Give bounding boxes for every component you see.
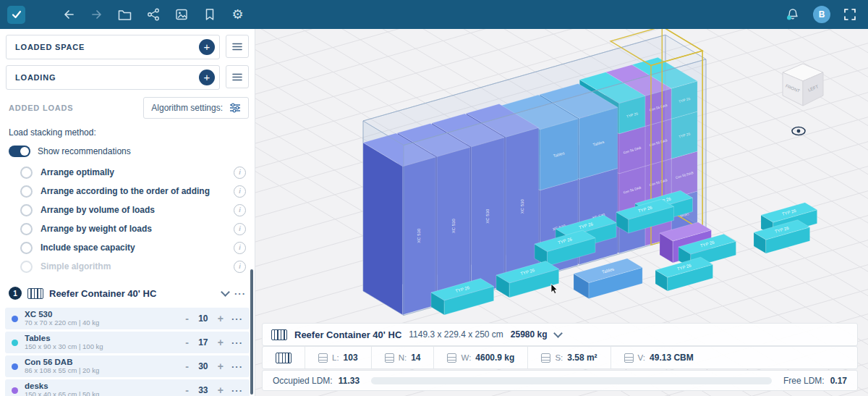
radio-button[interactable] [20, 204, 33, 216]
load-count: 10 [197, 313, 210, 324]
app-logo[interactable] [7, 6, 25, 24]
more-options-icon[interactable]: ··· [231, 337, 243, 348]
avatar[interactable]: B [813, 6, 830, 23]
algorithm-settings-button[interactable]: Algorithm settings: [143, 97, 249, 119]
mouse-cursor [551, 284, 557, 294]
more-options-icon[interactable]: ··· [231, 361, 243, 372]
container-name: Reefer Container 40' HC [49, 288, 216, 299]
decrement-button[interactable]: - [184, 361, 190, 372]
increment-button[interactable]: + [216, 361, 225, 372]
add-loaded-space-button[interactable]: + [199, 39, 215, 55]
bell-icon [786, 7, 800, 22]
fullscreen-button[interactable] [843, 0, 856, 29]
ldm-progress-track [371, 377, 772, 384]
stat-count: N: 14 [371, 347, 434, 368]
more-options-icon[interactable]: ··· [231, 313, 243, 324]
radio-button[interactable] [20, 242, 33, 254]
3d-viewport[interactable]: desksCon 56 DABTYP 26TYP 26Con 56 DABCon… [255, 29, 868, 396]
radio-button[interactable] [20, 185, 33, 198]
color-dot [12, 387, 18, 394]
algorithm-settings-label: Algorithm settings: [151, 103, 223, 113]
show-recommendations-toggle[interactable] [9, 146, 30, 157]
share-icon [147, 8, 160, 21]
export-image-button[interactable] [167, 0, 195, 29]
loading-menu-button[interactable] [226, 65, 249, 88]
color-dot [12, 340, 18, 346]
notification-badge [787, 16, 791, 20]
radio-button[interactable] [20, 223, 33, 235]
color-dot [12, 363, 18, 370]
chevron-down-icon[interactable] [553, 329, 563, 338]
logo-check-icon [11, 9, 22, 20]
decrement-button[interactable]: - [184, 384, 190, 396]
increment-button[interactable]: + [216, 384, 225, 396]
open-project-button[interactable] [111, 0, 139, 29]
container-list-item[interactable]: 1 Reefer Container 40' HC ··· [0, 281, 255, 306]
load-row-con56dab[interactable]: Con 56 DAB 86 x 108 x 55 cm | 20 kg - 30… [5, 355, 250, 377]
stacking-method-label: Load stacking method: [9, 127, 255, 138]
decrement-button[interactable]: - [184, 337, 190, 348]
stat-volume: V: 49.13 CBM [610, 347, 707, 368]
weight-icon [447, 353, 456, 363]
info-icon[interactable]: i [234, 261, 246, 273]
radio-button[interactable] [20, 167, 33, 179]
radio-button[interactable] [20, 261, 33, 273]
visibility-eye-icon[interactable] [792, 127, 805, 135]
more-options-icon[interactable]: ··· [234, 288, 246, 299]
hamburger-icon [232, 43, 242, 51]
container-summary-bar[interactable]: Reefer Container 40' HC 1149.3 x 229.4 x… [262, 323, 858, 346]
notifications-button[interactable] [786, 0, 800, 29]
stat-weight: W: 4600.9 kg [433, 347, 527, 368]
stats-bar: L: 103 N: 14 W: 4600.9 kg S: 3.58 m² V: … [262, 346, 858, 369]
loaded-space-header[interactable]: LOADED SPACE + [6, 35, 220, 59]
forward-button[interactable] [82, 0, 111, 29]
increment-button[interactable]: + [216, 313, 225, 324]
occupied-ldm-value: 11.33 [339, 376, 359, 386]
add-loading-button[interactable]: + [199, 69, 215, 85]
load-row-desks[interactable]: desks 150 x 40 x 65 cm | 50 kg - 33 + ··… [5, 379, 250, 396]
save-button[interactable] [195, 0, 224, 29]
stacking-options: Arrange optimally i Arrange according to… [0, 163, 255, 276]
occupied-ldm-label: Occupied LDM: [273, 376, 333, 386]
load-list: XC 530 70 x 70 x 220 cm | 40 kg - 10 + ·… [0, 308, 255, 396]
sidebar-scrollbar[interactable] [250, 269, 253, 395]
bookmark-save-icon [204, 8, 216, 21]
share-button[interactable] [139, 0, 167, 29]
summary-container-dims: 1149.3 x 229.4 x 250 cm [409, 329, 503, 340]
back-button[interactable] [54, 0, 82, 29]
info-icon[interactable]: i [234, 204, 246, 216]
loading-header[interactable]: LOADING + [6, 65, 220, 90]
free-ldm-label: Free LDM: [783, 376, 825, 386]
decrement-button[interactable]: - [184, 313, 190, 324]
sliders-icon [229, 103, 241, 113]
info-icon[interactable]: i [234, 167, 246, 179]
orientation-cube[interactable]: FRONT LEFT [783, 64, 823, 106]
info-icon[interactable]: i [234, 223, 246, 235]
info-icon[interactable]: i [234, 185, 246, 198]
more-options-icon[interactable]: ··· [231, 385, 243, 396]
gear-icon: ⚙ [231, 8, 243, 21]
stat-area: S: 3.58 m² [527, 347, 610, 368]
load-row-xc530[interactable]: XC 530 70 x 70 x 220 cm | 40 kg - 10 + ·… [5, 308, 250, 329]
back-arrow-icon [61, 7, 76, 22]
loaded-space-menu-button[interactable] [226, 35, 249, 58]
option-arrange-optimally[interactable]: Arrange optimally i [20, 163, 246, 182]
settings-button[interactable]: ⚙ [224, 0, 252, 29]
load-row-tables[interactable]: Tables 150 x 90 x 30 cm | 100 kg - 17 + … [5, 332, 250, 353]
option-space-capacity[interactable]: Include space capacity i [20, 238, 246, 257]
fullscreen-icon [843, 8, 856, 21]
summary-container-weight: 25980 kg [511, 329, 548, 340]
increment-button[interactable]: + [216, 337, 225, 348]
chevron-down-icon[interactable] [221, 287, 230, 297]
option-by-volume[interactable]: Arrange by volume of loads i [20, 201, 246, 219]
hamburger-icon [232, 73, 242, 81]
container-icon [27, 288, 43, 299]
sidebar: LOADED SPACE + LOADING + ADDED LOADS Alg… [0, 29, 255, 396]
area-icon [541, 353, 550, 363]
option-simple-algorithm[interactable]: Simple algorithm i [20, 257, 246, 276]
info-icon[interactable]: i [234, 242, 246, 254]
cargo-boxes-layer: desksCon 56 DABTYP 26TYP 26Con 56 DABCon… [363, 29, 817, 316]
loaded-space-title: LOADED SPACE [15, 43, 85, 51]
option-by-weight[interactable]: Arrange by weight of loads i [20, 219, 246, 238]
option-order-of-adding[interactable]: Arrange according to the order of adding… [20, 182, 246, 201]
